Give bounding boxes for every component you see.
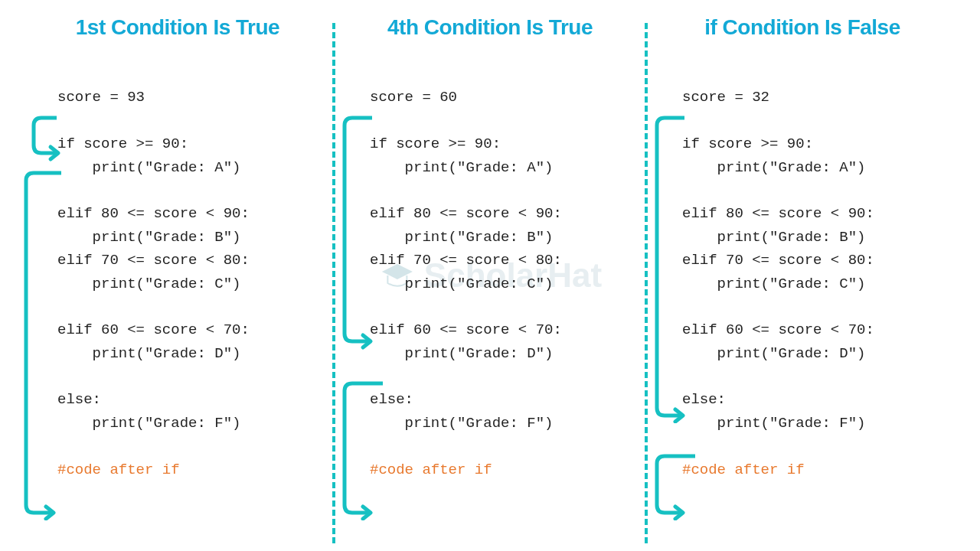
code-line: elif 80 <= score < 90: bbox=[57, 205, 250, 222]
column-3: if Condition Is False score = 32 if scor… bbox=[648, 15, 957, 536]
code-line: print("Grade: C") bbox=[682, 276, 865, 292]
code-line: print("Grade: D") bbox=[370, 345, 553, 362]
column-2-code: score = 60 if score >= 90: print("Grade:… bbox=[370, 63, 633, 481]
code-line: elif 80 <= score < 90: bbox=[682, 205, 874, 222]
after-line: #code after if bbox=[57, 461, 180, 478]
code-line: else: bbox=[370, 391, 413, 408]
code-line: elif 60 <= score < 70: bbox=[370, 321, 562, 338]
code-line: print("Grade: A") bbox=[370, 159, 553, 176]
code-line: if score >= 90: bbox=[57, 135, 188, 152]
code-line: print("Grade: B") bbox=[370, 229, 553, 246]
code-line: elif 70 <= score < 80: bbox=[682, 252, 874, 269]
column-1: 1st Condition Is True score = 93 if scor… bbox=[23, 15, 332, 536]
column-1-code: score = 93 if score >= 90: print("Grade:… bbox=[57, 63, 321, 481]
code-line: else: bbox=[57, 391, 101, 408]
code-line: print("Grade: A") bbox=[682, 159, 865, 176]
diagram-container: 1st Condition Is True score = 93 if scor… bbox=[0, 0, 980, 551]
column-3-code: score = 32 if score >= 90: print("Grade:… bbox=[682, 63, 946, 481]
code-line: print("Grade: F") bbox=[57, 415, 240, 432]
score-line: score = 60 bbox=[370, 89, 457, 106]
score-line: score = 32 bbox=[682, 89, 769, 106]
code-line: elif 60 <= score < 70: bbox=[57, 321, 250, 338]
column-3-title: if Condition Is False bbox=[659, 15, 946, 40]
code-line: elif 70 <= score < 80: bbox=[57, 252, 250, 269]
code-line: elif 80 <= score < 90: bbox=[370, 205, 562, 222]
column-2: 4th Condition Is True score = 60 if scor… bbox=[335, 15, 645, 536]
code-line: print("Grade: D") bbox=[57, 345, 240, 362]
code-line: print("Grade: F") bbox=[682, 415, 865, 432]
code-line: elif 70 <= score < 80: bbox=[370, 252, 562, 269]
code-line: print("Grade: C") bbox=[57, 276, 240, 292]
code-line: else: bbox=[682, 391, 726, 408]
code-line: print("Grade: B") bbox=[57, 229, 240, 246]
column-1-title: 1st Condition Is True bbox=[34, 15, 321, 40]
code-line: print("Grade: A") bbox=[57, 159, 240, 176]
column-2-title: 4th Condition Is True bbox=[347, 15, 633, 40]
code-line: elif 60 <= score < 70: bbox=[682, 321, 874, 338]
after-line: #code after if bbox=[682, 461, 805, 478]
code-line: print("Grade: B") bbox=[682, 229, 865, 246]
code-line: print("Grade: C") bbox=[370, 276, 553, 292]
code-line: print("Grade: D") bbox=[682, 345, 865, 362]
code-line: if score >= 90: bbox=[370, 135, 501, 152]
score-line: score = 93 bbox=[57, 89, 145, 106]
after-line: #code after if bbox=[370, 461, 492, 478]
code-line: if score >= 90: bbox=[682, 135, 813, 152]
code-line: print("Grade: F") bbox=[370, 415, 553, 432]
